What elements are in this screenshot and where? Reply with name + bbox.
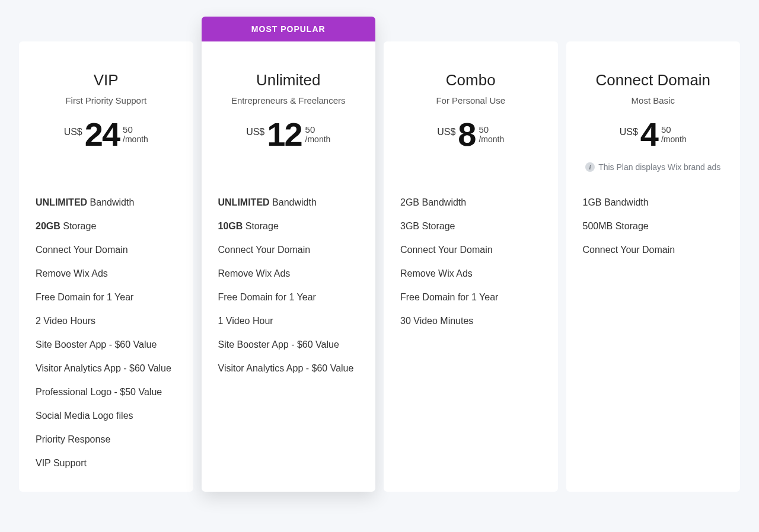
- currency: US$: [437, 127, 455, 137]
- plan-subtitle: First Priority Support: [36, 95, 177, 105]
- per-period: /month: [305, 134, 331, 144]
- price-right: 50/month: [305, 124, 331, 144]
- feature-rest: Bandwidth: [270, 197, 317, 207]
- price: US$1250/month: [218, 120, 359, 149]
- feature-list: UNLIMITED Bandwidth20GB StorageConnect Y…: [36, 191, 177, 475]
- plan-title: Combo: [400, 71, 541, 89]
- price: US$850/month: [400, 120, 541, 149]
- plan-card-unlimited[interactable]: MOST POPULARUnlimitedEntrepreneurs & Fre…: [202, 17, 376, 492]
- feature-item: UNLIMITED Bandwidth: [218, 191, 359, 214]
- plan-note-text: This Plan displays Wix brand ads: [598, 162, 720, 172]
- feature-item: Connect Your Domain: [583, 238, 724, 262]
- feature-item: 2 Video Hours: [36, 309, 177, 333]
- feature-item: Visitor Analytics App - $60 Value: [218, 357, 359, 380]
- feature-item: Free Domain for 1 Year: [218, 286, 359, 309]
- currency: US$: [64, 127, 82, 137]
- feature-item: 10GB Storage: [218, 214, 359, 238]
- amount: 8: [458, 120, 475, 149]
- price: US$2450/month: [36, 120, 177, 149]
- feature-item: Professional Logo - $50 Value: [36, 380, 177, 404]
- per-period: /month: [479, 134, 504, 144]
- feature-item: Remove Wix Ads: [36, 262, 177, 286]
- cents: 50: [123, 124, 133, 134]
- plan-head: VIPFirst Priority SupportUS$2450/month: [36, 71, 177, 149]
- feature-item: Priority Response: [36, 428, 177, 451]
- feature-item: UNLIMITED Bandwidth: [36, 191, 177, 214]
- cents: 50: [479, 124, 489, 134]
- per-period: /month: [661, 134, 687, 144]
- feature-bold: UNLIMITED: [218, 197, 270, 207]
- feature-item: Free Domain for 1 Year: [400, 286, 541, 309]
- currency: US$: [246, 127, 264, 137]
- price-right: 50/month: [479, 124, 504, 144]
- feature-item: 1GB Bandwidth: [583, 191, 724, 214]
- plan-note: iThis Plan displays Wix brand ads: [583, 162, 724, 172]
- currency: US$: [620, 127, 638, 137]
- plan-title: Connect Domain: [583, 71, 724, 89]
- plan-head: Connect DomainMost BasicUS$450/month: [583, 71, 724, 149]
- plan-card-vip[interactable]: VIPFirst Priority SupportUS$2450/monthUN…: [19, 41, 193, 492]
- price-right: 50/month: [123, 124, 148, 144]
- feature-rest: Storage: [243, 221, 278, 231]
- feature-list: 2GB Bandwidth3GB StorageConnect Your Dom…: [400, 191, 541, 333]
- feature-item: Remove Wix Ads: [218, 262, 359, 286]
- plan-head: ComboFor Personal UseUS$850/month: [400, 71, 541, 149]
- feature-item: Connect Your Domain: [218, 238, 359, 262]
- plan-card-combo[interactable]: ComboFor Personal UseUS$850/month2GB Ban…: [384, 41, 558, 492]
- feature-item: 1 Video Hour: [218, 309, 359, 333]
- info-icon: i: [585, 162, 595, 172]
- feature-item: Remove Wix Ads: [400, 262, 541, 286]
- price: US$450/month: [583, 120, 724, 149]
- amount: 4: [640, 120, 658, 149]
- plan-subtitle: Entrepreneurs & Freelancers: [218, 95, 359, 105]
- feature-list: 1GB Bandwidth500MB StorageConnect Your D…: [583, 191, 724, 262]
- feature-item: 20GB Storage: [36, 214, 177, 238]
- feature-bold: UNLIMITED: [36, 197, 87, 207]
- feature-bold: 10GB: [218, 221, 243, 231]
- cents: 50: [305, 124, 315, 134]
- feature-list: UNLIMITED Bandwidth10GB StorageConnect Y…: [218, 191, 359, 380]
- feature-item: 3GB Storage: [400, 214, 541, 238]
- plan-card-connect[interactable]: Connect DomainMost BasicUS$450/monthiThi…: [566, 41, 741, 492]
- feature-rest: Storage: [60, 221, 96, 231]
- cents: 50: [661, 124, 671, 134]
- most-popular-banner: MOST POPULAR: [202, 17, 376, 41]
- plan-title: VIP: [36, 71, 177, 89]
- feature-bold: 20GB: [36, 221, 60, 231]
- feature-item: Visitor Analytics App - $60 Value: [36, 357, 177, 380]
- feature-item: Connect Your Domain: [400, 238, 541, 262]
- amount: 24: [85, 120, 119, 149]
- plan-title: Unlimited: [218, 71, 359, 89]
- plan-head: UnlimitedEntrepreneurs & FreelancersUS$1…: [218, 71, 359, 149]
- feature-item: VIP Support: [36, 451, 177, 475]
- feature-item: Site Booster App - $60 Value: [36, 333, 177, 357]
- feature-item: 500MB Storage: [583, 214, 724, 238]
- feature-rest: Bandwidth: [87, 197, 134, 207]
- feature-item: Site Booster App - $60 Value: [218, 333, 359, 357]
- pricing-page: VIPFirst Priority SupportUS$2450/monthUN…: [0, 0, 759, 532]
- plans-row: VIPFirst Priority SupportUS$2450/monthUN…: [19, 17, 740, 492]
- feature-item: Connect Your Domain: [36, 238, 177, 262]
- amount: 12: [267, 120, 301, 149]
- plan-subtitle: For Personal Use: [400, 95, 541, 105]
- price-right: 50/month: [661, 124, 687, 144]
- plan-subtitle: Most Basic: [583, 95, 724, 105]
- feature-item: 30 Video Minutes: [400, 309, 541, 333]
- feature-item: Social Media Logo files: [36, 404, 177, 428]
- feature-item: 2GB Bandwidth: [400, 191, 541, 214]
- feature-item: Free Domain for 1 Year: [36, 286, 177, 309]
- per-period: /month: [123, 134, 148, 144]
